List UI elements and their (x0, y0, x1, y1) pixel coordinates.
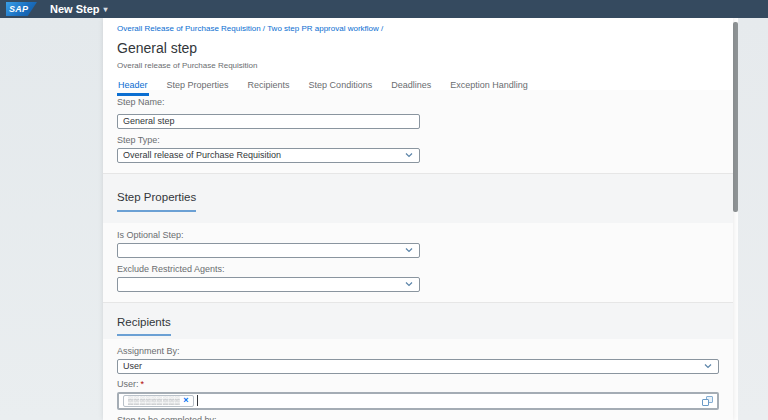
sap-logo-text: SAP (9, 4, 28, 14)
breadcrumb-link-workflow-type[interactable]: Overall Release of Purchase Requisition (117, 24, 261, 33)
tab-deadlines[interactable]: Deadlines (390, 78, 432, 96)
shell-app-title: New Step (50, 3, 100, 15)
field-step-type: Step Type: Overall release of Purchase R… (117, 135, 719, 163)
field-user: User:* ▒▒▒▒▒▒▒▒▒ × (117, 379, 719, 410)
step-type-value: Overall release of Purchase Requisition (123, 150, 414, 160)
shell-app-title-menu[interactable]: New Step ▾ (50, 3, 108, 15)
user-token-input[interactable]: ▒▒▒▒▒▒▒▒▒ × (117, 392, 719, 410)
field-step-name: Step Name: (117, 97, 719, 129)
breadcrumb-separator: / (379, 24, 383, 33)
field-exclude-restricted: Exclude Restricted Agents: (117, 264, 719, 292)
completed-by-label: Step to be completed by: (117, 415, 719, 420)
field-is-optional: Is Optional Step: (117, 230, 719, 258)
breadcrumb: Overall Release of Purchase Requisition … (117, 24, 719, 33)
step-name-input[interactable] (117, 114, 420, 129)
value-help-icon[interactable] (702, 396, 713, 406)
tab-header[interactable]: Header (117, 78, 149, 96)
step-properties-heading-strip: Step Properties (103, 174, 733, 223)
assignment-by-label: Assignment By: (117, 346, 719, 356)
vertical-scrollbar[interactable] (733, 18, 738, 420)
tab-exception-handling[interactable]: Exception Handling (449, 78, 529, 96)
text-cursor (197, 395, 198, 406)
section-step-properties-form: Is Optional Step: Exclude Restricted Age… (103, 223, 733, 302)
shell-bar: SAP New Step ▾ (0, 0, 768, 18)
tab-recipients[interactable]: Recipients (247, 78, 291, 96)
page-title: General step (117, 40, 719, 56)
chevron-down-icon (405, 248, 413, 253)
chevron-down-icon (704, 364, 712, 369)
step-properties-heading: Step Properties (117, 191, 196, 212)
recipients-heading: Recipients (117, 316, 171, 336)
recipients-heading-strip: Recipients (103, 303, 733, 339)
is-optional-select[interactable] (117, 243, 420, 258)
assignment-by-value: User (123, 361, 713, 371)
scrollbar-thumb[interactable] (733, 22, 738, 212)
assignment-by-select[interactable]: User (117, 359, 719, 374)
section-header-form: Step Name: Step Type: Overall release of… (103, 90, 733, 173)
field-assignment-by: Assignment By: User (117, 346, 719, 374)
chevron-down-icon: ▾ (104, 5, 108, 14)
chevron-down-icon (405, 282, 413, 287)
user-token-text: ▒▒▒▒▒▒▒▒▒ (128, 396, 180, 405)
section-recipients-form: Assignment By: User User:* ▒▒▒▒▒▒▒▒▒ × (103, 339, 733, 420)
token-remove-icon[interactable]: × (183, 396, 188, 405)
main-content: Overall Release of Purchase Requisition … (103, 18, 733, 420)
left-gutter (0, 18, 103, 420)
required-marker: * (141, 379, 145, 389)
right-gutter (738, 18, 768, 420)
step-name-label: Step Name: (117, 97, 719, 107)
breadcrumb-link-workflow[interactable]: Two step PR approval workflow (267, 24, 379, 33)
user-token: ▒▒▒▒▒▒▒▒▒ × (123, 395, 194, 407)
page-subtitle: Overall release of Purchase Requisition (117, 61, 719, 70)
chevron-down-icon (405, 153, 413, 158)
exclude-restricted-select[interactable] (117, 277, 420, 292)
exclude-restricted-label: Exclude Restricted Agents: (117, 264, 719, 274)
is-optional-label: Is Optional Step: (117, 230, 719, 240)
page-header: Overall Release of Purchase Requisition … (103, 18, 733, 90)
tab-step-conditions[interactable]: Step Conditions (308, 78, 374, 96)
step-type-select[interactable]: Overall release of Purchase Requisition (117, 148, 420, 163)
user-label-text: User: (117, 379, 139, 389)
tab-step-properties[interactable]: Step Properties (166, 78, 230, 96)
sap-logo: SAP (6, 2, 37, 16)
step-type-label: Step Type: (117, 135, 719, 145)
user-label: User:* (117, 379, 719, 389)
